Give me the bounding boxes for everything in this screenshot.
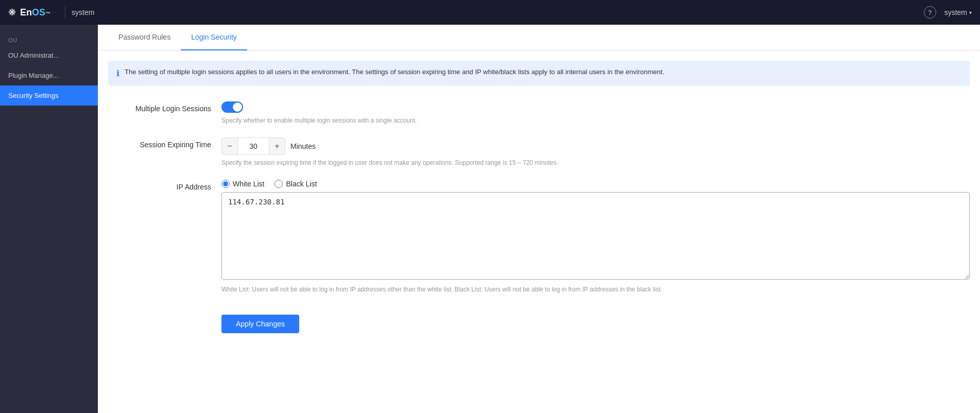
ip-address-row: IP Address White List Black List 114.67.…	[108, 180, 970, 294]
logo-icon: ❋	[8, 7, 16, 18]
logo-os: OS	[32, 7, 45, 18]
sidebar-item-plugin-manage[interactable]: Plugin Manage...	[0, 65, 98, 85]
multiple-login-sessions-label: Multiple Login Sessions	[108, 101, 221, 113]
ip-address-textarea[interactable]: 114.67.230.81	[221, 192, 970, 280]
sidebar: OU OU Administrat... Plugin Manage... Se…	[0, 25, 98, 413]
chevron-down-icon: ▾	[969, 10, 972, 15]
black-list-label: Black List	[286, 180, 317, 188]
nav-divider	[65, 6, 65, 19]
logo-tm: ™	[45, 11, 50, 16]
toggle-wrapper	[221, 101, 970, 113]
apply-button-row: Apply Changes	[108, 306, 970, 333]
info-icon: ℹ	[116, 67, 119, 80]
black-list-radio-label[interactable]: Black List	[274, 180, 317, 188]
tab-login-security[interactable]: Login Security	[181, 25, 247, 50]
form-body: Multiple Login Sessions Specify whether …	[98, 96, 980, 349]
stepper-unit: Minutes	[290, 142, 316, 150]
multiple-login-sessions-control: Specify whether to enable multiple login…	[221, 101, 970, 125]
white-list-radio-label[interactable]: White List	[221, 180, 264, 188]
sidebar-item-ou-admin[interactable]: OU Administrat...	[0, 45, 98, 65]
session-expiring-stepper: − + Minutes	[221, 137, 970, 155]
logo-text: EnOS™	[20, 7, 50, 18]
main-content: Password Rules Login Security ℹ The sett…	[98, 25, 980, 413]
sidebar-section-ou: OU	[0, 33, 98, 45]
info-banner-text: The setting of multiple login sessions a…	[125, 67, 664, 77]
ip-address-hint: White List: Users will not be able to lo…	[221, 285, 970, 294]
user-label: system	[944, 8, 967, 16]
stepper-minus-button[interactable]: −	[221, 137, 238, 155]
help-button[interactable]: ?	[924, 6, 936, 19]
user-menu[interactable]: system ▾	[944, 8, 972, 16]
ip-address-label: IP Address	[108, 180, 221, 191]
session-expiring-time-label: Session Expiring Time	[108, 137, 221, 149]
question-icon: ?	[928, 9, 932, 16]
session-expiring-time-control: − + Minutes Specify the session expiring…	[221, 137, 970, 167]
session-expiring-time-row: Session Expiring Time − + Minutes Specif…	[108, 137, 970, 167]
logo: ❋ EnOS™	[8, 7, 50, 18]
apply-changes-button[interactable]: Apply Changes	[221, 315, 299, 333]
toggle-thumb	[233, 102, 242, 112]
nav-right: ? system ▾	[924, 6, 972, 19]
stepper-input[interactable]	[238, 137, 269, 155]
nav-section-label: system	[72, 8, 94, 16]
main-layout: OU OU Administrat... Plugin Manage... Se…	[0, 25, 980, 413]
black-list-radio[interactable]	[274, 180, 283, 188]
multiple-login-sessions-toggle[interactable]	[221, 101, 243, 113]
white-list-radio[interactable]	[221, 180, 230, 188]
stepper-plus-button[interactable]: +	[269, 137, 285, 155]
ip-address-control: White List Black List 114.67.230.81 Whit…	[221, 180, 970, 294]
top-navigation: ❋ EnOS™ system ? system ▾	[0, 0, 980, 25]
multiple-login-sessions-row: Multiple Login Sessions Specify whether …	[108, 101, 970, 125]
tab-password-rules[interactable]: Password Rules	[108, 25, 181, 50]
white-list-label: White List	[233, 180, 264, 188]
session-expiring-time-hint: Specify the session expiring time if the…	[221, 158, 970, 167]
tab-bar: Password Rules Login Security	[98, 25, 980, 50]
logo-en: En	[20, 7, 32, 18]
info-banner: ℹ The setting of multiple login sessions…	[108, 61, 970, 86]
ip-radio-group: White List Black List	[221, 180, 970, 188]
multiple-login-sessions-hint: Specify whether to enable multiple login…	[221, 116, 970, 125]
sidebar-item-security-settings[interactable]: Security Settings	[0, 85, 98, 106]
